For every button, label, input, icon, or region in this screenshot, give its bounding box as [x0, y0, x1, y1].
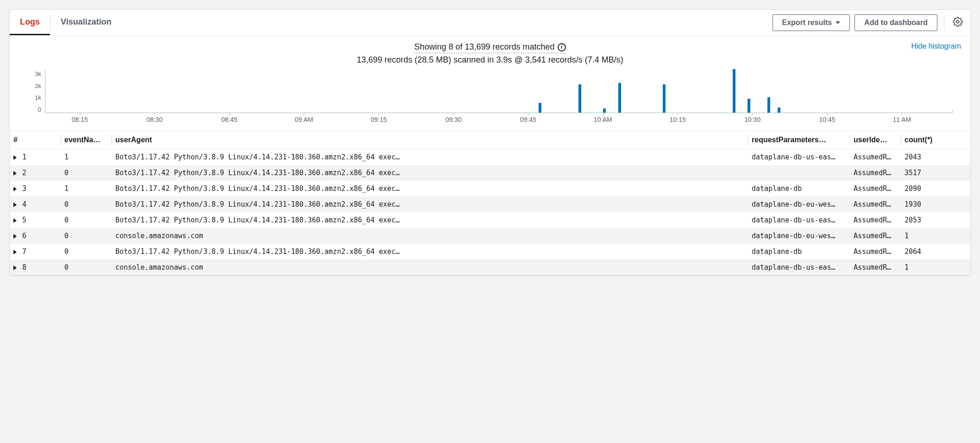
table-row[interactable]: 60console.amazonaws.comdataplane-db-eu-w…	[10, 228, 970, 244]
col-requestparameters[interactable]: requestParameters…	[748, 131, 850, 149]
add-to-dashboard-button[interactable]: Add to dashboard	[854, 14, 937, 31]
export-results-label: Export results	[782, 19, 832, 27]
x-tick: 08:15	[72, 116, 88, 123]
cell-index: 6	[10, 228, 61, 244]
x-tick: 10 AM	[594, 116, 612, 123]
cell-useridentity: AssumedR…	[850, 228, 901, 244]
y-tick: 2k	[35, 82, 41, 89]
cell-useragent: Boto3/1.17.42 Python/3.8.9 Linux/4.14.23…	[112, 149, 748, 165]
tab-visualization[interactable]: Visualization	[50, 10, 122, 35]
table-header-row: # eventNa… userAgent requestParameters… …	[10, 131, 970, 149]
cell-requestparameters: dataplane-db-eu-wes…	[748, 196, 850, 212]
col-eventname[interactable]: eventNa…	[61, 131, 112, 149]
table-row[interactable]: 20Boto3/1.17.42 Python/3.8.9 Linux/4.14.…	[10, 165, 970, 181]
histogram-bar[interactable]	[603, 108, 606, 113]
plot-area[interactable]	[45, 70, 952, 113]
gear-icon	[953, 17, 963, 27]
x-tick: 10:45	[819, 116, 836, 123]
cell-index: 2	[10, 165, 61, 181]
cell-useragent: Boto3/1.17.42 Python/3.8.9 Linux/4.14.23…	[112, 212, 748, 228]
col-useragent[interactable]: userAgent	[112, 131, 748, 149]
x-tick: 09:30	[446, 116, 462, 123]
table-row[interactable]: 31Boto3/1.17.42 Python/3.8.9 Linux/4.14.…	[10, 181, 970, 196]
cell-useridentity: AssumedR…	[850, 244, 901, 259]
svg-point-0	[956, 20, 959, 23]
x-tick: 10:30	[744, 116, 760, 123]
expand-caret-icon[interactable]	[13, 218, 17, 223]
y-tick: 1k	[35, 94, 41, 101]
cell-requestparameters	[748, 165, 850, 181]
table-row[interactable]: 80console.amazonaws.comdataplane-db-us-e…	[10, 259, 970, 275]
expand-caret-icon[interactable]	[13, 187, 17, 191]
cell-eventname: 1	[61, 181, 112, 196]
expand-caret-icon[interactable]	[13, 203, 17, 207]
table-row[interactable]: 11Boto3/1.17.42 Python/3.8.9 Linux/4.14.…	[10, 149, 970, 165]
col-index[interactable]: #	[10, 131, 61, 149]
expand-caret-icon[interactable]	[13, 171, 17, 176]
cell-requestparameters: dataplane-db	[748, 244, 850, 259]
cell-useragent: console.amazonaws.com	[112, 228, 748, 244]
summary-scanned: 13,699 records (28.5 MB) scanned in 3.9s…	[17, 55, 963, 65]
histogram-bar[interactable]	[748, 99, 750, 113]
y-tick: 0	[38, 106, 41, 113]
table-row[interactable]: 40Boto3/1.17.42 Python/3.8.9 Linux/4.14.…	[10, 196, 970, 212]
cell-eventname: 1	[61, 149, 112, 165]
x-tick: 10:15	[670, 116, 686, 123]
export-results-button[interactable]: Export results	[773, 14, 850, 31]
x-tick: 09:45	[520, 116, 536, 123]
info-icon[interactable]: i	[558, 43, 566, 51]
expand-caret-icon[interactable]	[13, 155, 17, 160]
col-count[interactable]: count(*)	[901, 131, 970, 149]
x-tick: 09:15	[371, 116, 387, 123]
histogram-bar[interactable]	[618, 83, 621, 113]
histogram-bar[interactable]	[733, 69, 735, 113]
cell-index: 3	[10, 181, 61, 196]
cell-eventname: 0	[61, 244, 112, 259]
cell-useridentity: AssumedR…	[850, 196, 901, 212]
cell-count: 2053	[901, 212, 970, 228]
x-tick: 08:45	[221, 116, 238, 123]
table-row[interactable]: 50Boto3/1.17.42 Python/3.8.9 Linux/4.14.…	[10, 212, 970, 228]
y-tick: 3k	[35, 70, 41, 77]
histogram: 3k2k1k0 08:1508:3008:4509 AM09:1509:3009…	[10, 67, 970, 131]
histogram-bar[interactable]	[539, 103, 541, 113]
col-useridentity[interactable]: userIde…	[850, 131, 901, 149]
tab-visualization-label: Visualization	[61, 17, 112, 27]
hide-histogram-link[interactable]: Hide histogram	[911, 42, 961, 51]
x-tick: 08:30	[146, 116, 163, 123]
cell-requestparameters: dataplane-db-eu-wes…	[748, 228, 850, 244]
cell-useragent: Boto3/1.17.42 Python/3.8.9 Linux/4.14.23…	[112, 244, 748, 259]
histogram-bar[interactable]	[767, 97, 770, 113]
summary: Showing 8 of 13,699 records matched i 13…	[10, 36, 970, 67]
x-axis: 08:1508:3008:4509 AM09:1509:3009:4510 AM…	[45, 113, 952, 126]
header-bar: Logs Visualization Export results Add to…	[10, 10, 970, 36]
y-axis: 3k2k1k0	[28, 70, 45, 113]
tab-logs[interactable]: Logs	[10, 10, 50, 35]
histogram-bar[interactable]	[778, 108, 780, 113]
cell-index: 1	[10, 149, 61, 165]
histogram-bar[interactable]	[663, 84, 666, 113]
cell-useragent: console.amazonaws.com	[112, 259, 748, 275]
caret-down-icon	[836, 21, 840, 24]
cell-eventname: 0	[61, 165, 112, 181]
table-row[interactable]: 70Boto3/1.17.42 Python/3.8.9 Linux/4.14.…	[10, 244, 970, 259]
tabs: Logs Visualization	[10, 10, 122, 35]
cell-requestparameters: dataplane-db-us-eas…	[748, 212, 850, 228]
cell-useridentity: AssumedR…	[850, 165, 901, 181]
cell-useragent: Boto3/1.17.42 Python/3.8.9 Linux/4.14.23…	[112, 181, 748, 196]
expand-caret-icon[interactable]	[13, 234, 17, 239]
results-panel: Logs Visualization Export results Add to…	[9, 9, 971, 276]
cell-count: 1	[901, 259, 970, 275]
cell-useridentity: AssumedR…	[850, 212, 901, 228]
histogram-bar[interactable]	[578, 84, 581, 113]
settings-button[interactable]	[951, 15, 965, 30]
cell-useragent: Boto3/1.17.42 Python/3.8.9 Linux/4.14.23…	[112, 165, 748, 181]
cell-index: 4	[10, 196, 61, 212]
cell-index: 5	[10, 212, 61, 228]
cell-count: 2064	[901, 244, 970, 259]
cell-useridentity: AssumedR…	[850, 259, 901, 275]
tab-logs-label: Logs	[20, 17, 40, 27]
expand-caret-icon[interactable]	[13, 250, 17, 254]
expand-caret-icon[interactable]	[13, 266, 17, 270]
cell-index: 7	[10, 244, 61, 259]
